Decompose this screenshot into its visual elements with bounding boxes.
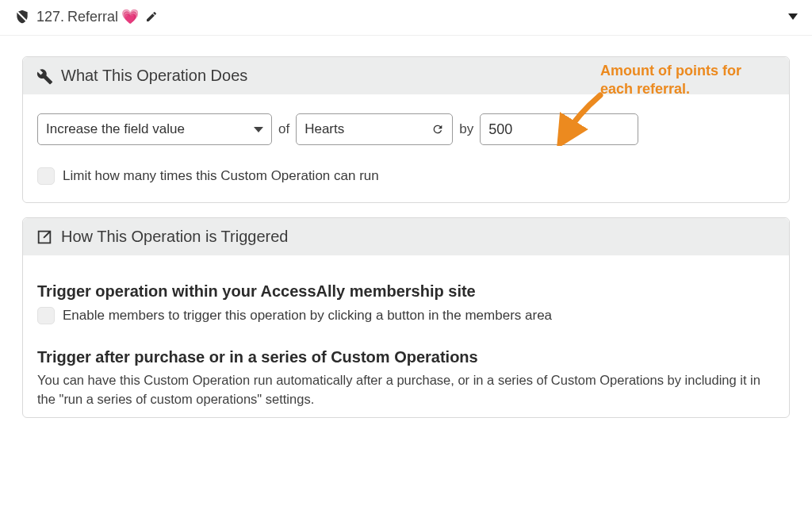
- panel-title: How This Operation is Triggered: [61, 228, 288, 246]
- heart-emoji: 💗: [121, 8, 139, 25]
- panel-title: What This Operation Does: [61, 67, 247, 85]
- limit-checkbox-row: Limit how many times this Custom Operati…: [37, 167, 775, 185]
- panel-header: How This Operation is Triggered: [23, 218, 789, 255]
- panel-what-operation-does: What This Operation Does Amount of point…: [22, 56, 790, 203]
- trigger-membership-heading: Trigger operation within your AccessAlly…: [37, 282, 775, 301]
- page-header: 127. Referral 💗: [0, 0, 812, 36]
- panel-how-triggered: How This Operation is Triggered Trigger …: [22, 217, 790, 418]
- operation-title: Referral: [67, 9, 118, 25]
- of-label: of: [277, 121, 291, 137]
- field-select-value: Hearts: [304, 121, 344, 137]
- edit-title-icon[interactable]: [145, 10, 158, 23]
- operation-number: 127.: [36, 9, 64, 25]
- limit-checkbox[interactable]: [37, 167, 55, 185]
- annotation-text: Amount of points for each referral.: [600, 62, 741, 98]
- shield-slash-icon: [14, 9, 30, 25]
- amount-input[interactable]: [480, 113, 638, 145]
- enable-members-label: Enable members to trigger this operation…: [63, 308, 552, 324]
- chevron-down-icon: [254, 127, 263, 132]
- panel-body: Increase the field value of Hearts by Li…: [23, 94, 789, 202]
- operation-config-row: Increase the field value of Hearts by: [37, 113, 775, 145]
- panel-body: Trigger operation within your AccessAlly…: [23, 255, 789, 417]
- wrench-icon: [36, 67, 53, 85]
- trigger-purchase-desc: You can have this Custom Operation run a…: [37, 371, 775, 409]
- action-select-value: Increase the field value: [46, 121, 185, 137]
- panel-header: What This Operation Does Amount of point…: [23, 57, 789, 94]
- share-icon: [36, 228, 53, 246]
- enable-members-row: Enable members to trigger this operation…: [37, 307, 775, 324]
- refresh-icon[interactable]: [431, 123, 444, 136]
- by-label: by: [458, 121, 475, 137]
- field-select[interactable]: Hearts: [296, 113, 453, 145]
- enable-members-checkbox[interactable]: [37, 307, 55, 324]
- trigger-purchase-heading: Trigger after purchase or in a series of…: [37, 348, 775, 366]
- action-select[interactable]: Increase the field value: [37, 113, 272, 145]
- limit-checkbox-label: Limit how many times this Custom Operati…: [63, 168, 379, 184]
- collapse-caret-icon[interactable]: [788, 13, 798, 20]
